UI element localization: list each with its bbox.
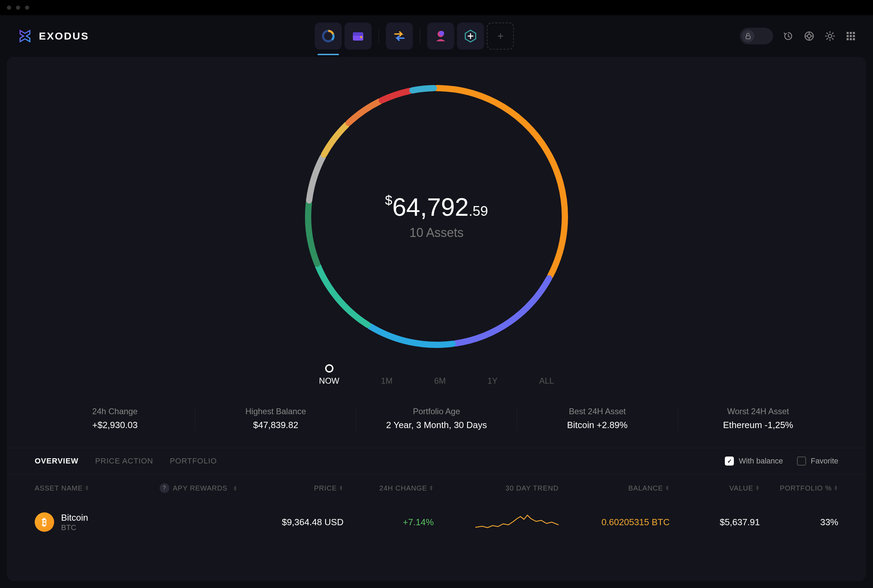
svg-rect-16 [847, 38, 849, 40]
svg-rect-6 [746, 36, 750, 39]
header-apy-rewards[interactable]: ?APY REWARDS▲▼ [160, 483, 250, 493]
sort-icon: ▲▼ [339, 485, 344, 490]
stat-best-asset: Best 24H Asset Bitcoin +2.89% [517, 406, 678, 430]
time-tab-6m[interactable]: 6M [434, 376, 446, 386]
cell-balance: 0.60205315 BTC [559, 517, 670, 528]
cell-trend [434, 512, 559, 532]
stat-label: Worst 24H Asset [678, 406, 838, 416]
nav-divider [378, 28, 379, 44]
svg-point-9 [828, 34, 832, 38]
sort-icon: ▲▼ [755, 485, 760, 490]
plus-icon: + [497, 30, 504, 43]
donut-center-info: $64,792.59 10 Assets [298, 78, 575, 355]
header-price[interactable]: PRICE▲▼ [250, 484, 344, 492]
stat-value: +$2,930.03 [35, 420, 195, 430]
stat-label: Highest Balance [195, 406, 356, 416]
cell-price: $9,364.48 USD [250, 517, 344, 528]
app-window: EXODUS [0, 0, 873, 588]
stat-highest-balance: Highest Balance $47,839.82 [195, 406, 356, 430]
hexagon-plus-icon [463, 29, 478, 44]
lock-open-icon [745, 33, 752, 39]
table-header: ASSET NAME▲▼ ?APY REWARDS▲▼ PRICE▲▼ 24H … [7, 474, 866, 502]
filter-tab-price-action[interactable]: PRICE ACTION [95, 456, 153, 465]
time-tab-1m[interactable]: 1M [381, 376, 392, 386]
svg-rect-14 [850, 35, 852, 37]
sort-icon: ▲▼ [665, 485, 670, 490]
cell-portfolio-pct: 33% [760, 517, 838, 528]
time-tab-1y[interactable]: 1Y [488, 376, 498, 386]
stat-label: Portfolio Age [356, 406, 517, 416]
with-balance-checkbox[interactable]: ✓ With balance [725, 456, 783, 465]
stat-value: Ethereum -1,25% [678, 420, 838, 430]
filter-tab-overview[interactable]: OVERVIEW [35, 456, 78, 465]
help-icon[interactable]: ? [160, 483, 170, 493]
donut-chart-icon [321, 29, 336, 44]
nav-portfolio[interactable] [315, 22, 342, 50]
time-tab-all[interactable]: ALL [539, 376, 554, 386]
checkbox-checked-icon: ✓ [725, 456, 734, 465]
portfolio-donut-area: $64,792.59 10 Assets [7, 57, 866, 369]
asset-symbol: BTC [61, 523, 88, 532]
checkbox-label: With balance [739, 456, 783, 465]
stat-label: Best 24H Asset [517, 406, 677, 416]
balance-decimal: .59 [469, 203, 488, 219]
sort-icon: ▲▼ [834, 485, 838, 490]
svg-rect-2 [353, 32, 363, 36]
support-icon[interactable] [804, 30, 815, 42]
balance-currency: $ [385, 193, 392, 207]
nav-add-button[interactable]: + [487, 22, 514, 50]
apps-grid-icon[interactable] [845, 30, 856, 42]
sort-icon: ▲▼ [85, 485, 90, 490]
main-panel: $64,792.59 10 Assets NOW 1M 6M 1Y ALL 24… [7, 57, 866, 581]
stat-label: 24h Change [35, 406, 195, 416]
balance-integer: 64,792 [392, 193, 469, 221]
stat-24h-change: 24h Change +$2,930.03 [35, 406, 195, 430]
header-value[interactable]: VALUE▲▼ [670, 484, 760, 492]
svg-rect-11 [850, 32, 852, 34]
header-actions [740, 28, 856, 44]
header: EXODUS [0, 15, 873, 57]
nav-tabs: + [89, 22, 740, 50]
filter-row: OVERVIEW PRICE ACTION PORTFOLIO ✓ With b… [7, 448, 866, 474]
nav-exchange[interactable] [386, 22, 413, 50]
window-maximize-icon[interactable] [25, 6, 29, 10]
app-name: EXODUS [39, 30, 89, 42]
svg-rect-10 [847, 32, 849, 34]
favorite-checkbox[interactable]: Favorite [797, 456, 838, 465]
nav-wallet[interactable] [345, 22, 372, 50]
window-minimize-icon[interactable] [16, 6, 20, 10]
svg-rect-18 [853, 38, 855, 40]
svg-rect-12 [853, 32, 855, 34]
svg-point-8 [807, 34, 811, 38]
time-tab-now[interactable]: NOW [319, 376, 339, 386]
svg-rect-17 [850, 38, 852, 40]
stat-worst-asset: Worst 24H Asset Ethereum -1,25% [678, 406, 838, 430]
settings-gear-icon[interactable] [824, 30, 836, 42]
history-icon[interactable] [783, 30, 794, 42]
table-row[interactable]: ₿ Bitcoin BTC $9,364.48 USD +7.14% 0.602… [7, 502, 866, 542]
cell-24h-change: +7.14% [344, 517, 434, 528]
asset-name: Bitcoin [61, 512, 88, 523]
exodus-logo-icon [16, 28, 33, 44]
header-balance[interactable]: BALANCE▲▼ [559, 484, 670, 492]
header-portfolio-pct[interactable]: PORTFOLIO %▲▼ [760, 484, 838, 492]
nav-divider [420, 28, 420, 44]
filter-tab-portfolio[interactable]: PORTFOLIO [170, 456, 217, 465]
header-24h-change[interactable]: 24H CHANGE▲▼ [344, 484, 434, 492]
swap-icon [392, 29, 406, 44]
nav-profile[interactable] [427, 22, 454, 50]
header-asset-name[interactable]: ASSET NAME▲▼ [35, 484, 160, 492]
stat-value: Bitcoin +2.89% [517, 420, 677, 430]
bitcoin-coin-icon: ₿ [35, 512, 54, 532]
stat-portfolio-age: Portfolio Age 2 Year, 3 Month, 30 Days [356, 406, 517, 430]
window-close-icon[interactable] [7, 6, 11, 10]
nav-apps[interactable] [457, 22, 484, 50]
cell-value: $5,637.91 [670, 517, 760, 528]
svg-rect-13 [847, 35, 849, 37]
lock-toggle[interactable] [740, 28, 773, 44]
svg-rect-15 [853, 35, 855, 37]
svg-point-5 [439, 31, 444, 36]
sort-icon: ▲▼ [429, 485, 434, 490]
checkbox-unchecked-icon [797, 456, 806, 465]
assets-count: 10 Assets [410, 225, 464, 240]
